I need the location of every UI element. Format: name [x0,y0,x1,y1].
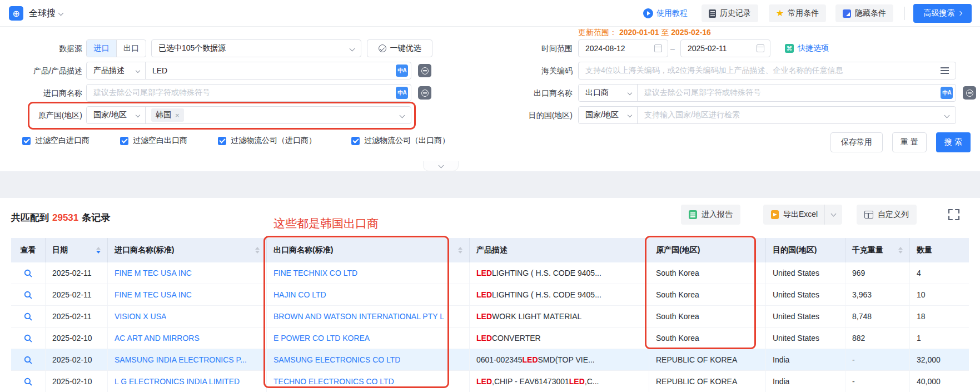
chevron-down-icon [438,162,444,168]
cell-quantity: 40,000 [910,371,969,392]
destination-type-select[interactable]: 国家/地区 [579,107,638,123]
one-click-select-button[interactable]: 一键优选 [367,39,432,57]
header-date: 日期 [46,238,108,262]
importer-link[interactable]: AC ART AND MIRRORS [115,334,200,343]
header-view: 查看 [11,238,46,262]
quick-options-link[interactable]: ⌘ 快捷选项 [785,39,829,57]
cell-destination: India [766,349,845,370]
hide-conditions-icon [843,9,851,18]
exporter-link[interactable]: E POWER CO LTD KOREA [273,334,370,343]
header-importer: 进口商名称(标准) [108,238,267,262]
header-product-desc: 产品描述 [470,238,649,262]
table-row: 2025-02-10 AC ART AND MIRRORS E POWER CO… [11,328,969,349]
exporter-type-select[interactable]: 出口商 [579,85,638,101]
filter-logistics-exporter-checkbox[interactable]: 过滤物流公司（出口商） [351,136,450,146]
cell-origin: South Korea [649,284,766,305]
exporter-input[interactable]: 建议去除公司尾部字符或特殊符号 [638,88,767,98]
exporter-link[interactable]: TECHNO ELECTRONICS CO LTD [273,377,394,386]
checkbox-checked-icon [218,137,226,145]
sort-control[interactable] [454,247,462,254]
view-detail-magnifier-icon[interactable] [23,334,33,343]
cell-origin: REPUBLIC OF KOREA [649,371,766,392]
data-source-select[interactable]: 已选中105个数据源 [151,39,361,57]
view-detail-magnifier-icon[interactable] [23,312,33,321]
save-favorite-button[interactable]: 保存常用 [830,132,883,152]
destination-country-field[interactable]: 国家/地区 支持输入国家/地区进行检索 [578,106,956,124]
origin-country-field[interactable]: 国家/地区 韩国 × [86,106,411,124]
cell-origin: South Korea [649,328,766,349]
tutorial-link[interactable]: 使用教程 [643,4,688,22]
filter-logistics-importer-checkbox[interactable]: 过滤物流公司（进口商） [218,136,316,146]
product-label: 产品/产品描述 [0,62,82,80]
view-detail-magnifier-icon[interactable] [23,355,33,365]
header-exporter: 出口商名称(标准) [267,238,470,262]
exclude-icon[interactable] [963,86,976,100]
hide-conditions-button[interactable]: 隐藏条件 [835,4,893,22]
reset-button[interactable]: 重 置 [892,132,927,152]
favorites-button[interactable]: ★ 常用条件 [769,4,826,22]
columns-icon [864,211,873,219]
hs-code-input[interactable]: 支持4位以上海关编码，或2位海关编码加上产品描述、企业名称的任意信息 [578,62,956,80]
importer-input[interactable]: 建议去除公司尾部字符或特殊符号 中A [86,84,411,102]
advanced-search-button[interactable]: 高级搜索 [913,4,972,23]
import-tab[interactable]: 进口 [87,39,116,57]
view-detail-magnifier-icon[interactable] [23,290,33,300]
search-button[interactable]: 搜 索 [936,132,971,152]
importer-link[interactable]: SAMSUNG INDIA ELECTRONICS P... [115,355,247,364]
circle-check-icon [379,44,386,52]
cell-weight: - [845,349,910,370]
view-detail-magnifier-icon[interactable] [23,377,33,386]
date-start-input[interactable]: 2024-08-12 [578,39,668,57]
chevron-down-icon [136,68,140,73]
cell-origin: South Korea [649,262,766,284]
collapse-form-button[interactable] [423,161,459,171]
exclude-icon[interactable] [418,64,431,77]
history-button[interactable]: 历史记录 [702,4,758,22]
table-row: 2025-02-11 VISION X USA BROWN AND WATSON… [11,306,969,328]
update-range-note: 更新范围： 2020-01-01 至 2025-02-16 [578,28,711,38]
date-end-input[interactable]: 2025-02-11 [680,39,770,57]
exporter-link[interactable]: HAJIN CO LTD [273,290,326,299]
product-input[interactable]: LED [146,66,173,75]
cell-date: 2025-02-10 [46,349,108,370]
cell-origin: South Korea [649,306,766,327]
importer-link[interactable]: FINE M TEC USA INC [115,290,192,299]
calendar-icon [654,44,662,52]
sort-control[interactable] [894,247,903,254]
translate-icon[interactable]: 中A [941,87,953,99]
enter-report-button[interactable]: 进入报告 [681,205,740,225]
importer-link[interactable]: L G ELECTRONICS INDIA LIMITED [115,377,240,386]
cell-date: 2025-02-10 [46,328,108,349]
checkbox-checked-icon [351,137,360,145]
exporter-link[interactable]: SAMSUNG ELECTRONICS CO LTD [273,355,400,364]
cell-weight: 882 [845,328,910,349]
list-icon[interactable] [941,67,949,74]
sort-control[interactable] [92,247,101,254]
export-dropdown-button[interactable] [824,205,842,225]
translate-icon[interactable]: 中A [396,64,408,77]
custom-columns-button[interactable]: 自定义列 [857,205,917,225]
checkbox-checked-icon [120,137,128,145]
exporter-link[interactable]: FINE TECHNIX CO LTD [273,269,357,277]
exclude-icon[interactable] [418,86,431,100]
sort-control[interactable] [251,247,260,254]
product-type-select[interactable]: 产品描述 [87,62,146,79]
exporter-link[interactable]: BROWN AND WATSON INTERNATIONAL PTY L [273,312,444,321]
importer-link[interactable]: FINE M TEC USA INC [115,269,192,277]
header-quantity: 数量 [910,238,969,262]
export-tab[interactable]: 出口 [116,39,146,57]
tag-close-icon[interactable]: × [175,111,180,120]
app-switch-chevron-icon[interactable] [58,11,64,16]
filter-blank-importer-checkbox[interactable]: 过滤空白进口商 [22,136,89,146]
fullscreen-icon[interactable] [947,208,961,221]
arrow-right-icon [957,11,962,16]
view-detail-magnifier-icon[interactable] [23,269,33,278]
origin-type-select[interactable]: 国家/地区 [87,107,146,123]
filter-blank-exporter-checkbox[interactable]: 过滤空白出口商 [120,136,187,146]
star-icon: ★ [776,9,784,18]
table-row: 2025-02-11 FINE M TEC USA INC FINE TECHN… [11,262,969,284]
cell-quantity: 10 [910,284,969,305]
importer-link[interactable]: VISION X USA [115,312,166,321]
translate-icon[interactable]: 中A [396,87,408,99]
export-excel-button[interactable]: 导出Excel [763,205,842,225]
